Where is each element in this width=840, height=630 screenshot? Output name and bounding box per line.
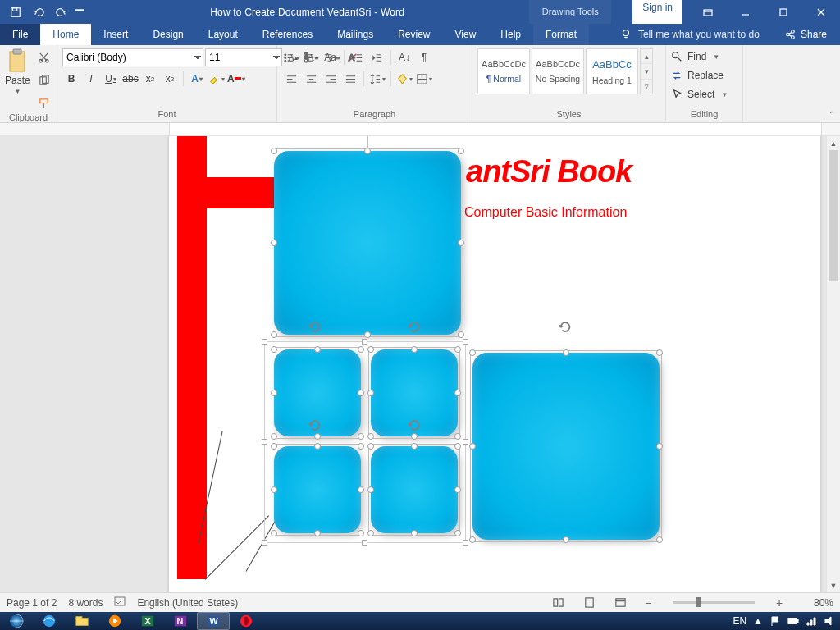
font-family-select[interactable] [62,48,203,66]
rotate-handle-icon[interactable] [405,417,423,435]
scroll-up-icon[interactable]: ▲ [827,136,840,150]
taskbar-onenote-icon[interactable]: N [164,612,197,630]
replace-button[interactable]: Replace [671,67,728,84]
taskbar-explorer-icon[interactable] [66,612,98,630]
taskbar-ie-icon[interactable] [33,612,66,630]
copy-icon[interactable] [35,71,53,89]
tab-format[interactable]: Format [533,24,589,45]
save-icon[interactable] [5,2,26,22]
sort-icon[interactable]: A↓ [395,48,413,66]
resize-handle[interactable] [458,148,464,154]
tab-references[interactable]: References [250,24,325,45]
print-layout-icon[interactable] [579,595,599,611]
minimize-icon[interactable] [727,0,765,24]
resize-handle[interactable] [362,540,368,546]
read-mode-icon[interactable] [548,595,568,611]
tab-review[interactable]: Review [386,24,442,45]
tray-flag-icon[interactable] [769,615,781,627]
web-layout-icon[interactable] [610,595,630,611]
align-right-icon[interactable] [322,70,340,88]
find-button[interactable]: Find▼ [671,48,728,65]
tab-view[interactable]: View [443,24,489,45]
rotate-handle-icon[interactable] [556,318,574,336]
resize-handle[interactable] [458,240,464,246]
subscript-icon[interactable]: x2 [141,70,159,88]
resize-handle[interactable] [463,540,468,546]
shading-icon[interactable] [395,70,413,88]
highlight-icon[interactable] [208,70,226,88]
resize-handle[interactable] [364,331,371,338]
ruler[interactable] [0,123,840,136]
line-spacing-icon[interactable] [368,70,386,88]
numbering-icon[interactable]: 123 [302,48,320,66]
tab-home[interactable]: Home [40,24,91,45]
resize-handle[interactable] [271,240,277,246]
zoom-slider[interactable] [673,601,755,604]
taskbar-opera-icon[interactable] [230,612,262,630]
ribbon-display-icon[interactable] [689,0,727,24]
tray-volume-icon[interactable] [824,615,835,627]
resize-handle[interactable] [262,339,267,345]
selection-frame[interactable] [472,353,660,540]
rotate-handle-icon[interactable] [306,318,324,336]
taskbar-media-icon[interactable] [98,612,131,630]
bullets-icon[interactable] [282,48,300,66]
signin-button[interactable]: Sign in [632,0,682,24]
zoom-thumb[interactable] [696,597,701,607]
resize-handle[interactable] [262,439,267,445]
resize-handle[interactable] [458,331,464,338]
align-left-icon[interactable] [282,70,300,88]
share-button[interactable]: Share [771,24,840,45]
taskbar-excel-icon[interactable]: X [131,612,164,630]
tab-mailings[interactable]: Mailings [325,24,386,45]
status-language[interactable]: English (United States) [137,597,238,609]
taskbar-word-icon[interactable]: W [197,612,230,630]
vertical-scrollbar[interactable]: ▲ ▼ [826,136,840,592]
show-marks-icon[interactable]: ¶ [415,48,433,66]
rotate-handle-icon[interactable] [405,318,423,336]
italic-icon[interactable]: I [82,70,100,88]
tab-insert[interactable]: Insert [91,24,140,45]
underline-icon[interactable]: U [102,70,120,88]
tray-lang[interactable]: EN [733,615,746,627]
proofing-icon[interactable] [114,596,126,609]
resize-handle[interactable] [271,148,277,154]
selection-frame[interactable] [274,151,461,335]
resize-handle[interactable] [463,339,468,345]
zoom-level[interactable]: 80% [797,597,833,609]
scroll-down-icon[interactable]: ▼ [827,578,840,592]
resize-handle[interactable] [271,331,277,338]
tab-layout[interactable]: Layout [196,24,250,45]
align-center-icon[interactable] [302,70,320,88]
rotate-handle-icon[interactable] [306,417,324,435]
justify-icon[interactable] [341,70,359,88]
redo-icon[interactable] [51,2,72,22]
style-no-spacing[interactable]: AaBbCcDcNo Spacing [532,48,584,94]
close-icon[interactable] [802,0,840,24]
document-area[interactable]: antSri Book Computer Basic Information [0,136,826,592]
collapse-ribbon-icon[interactable]: ⌃ [829,110,835,119]
tray-network-icon[interactable] [806,615,817,627]
selection-frame[interactable] [371,446,458,533]
status-words[interactable]: 8 words [68,597,103,609]
style-heading-1[interactable]: AaBbCcHeading 1 [586,48,638,94]
system-tray[interactable]: EN ▲ [733,615,840,627]
resize-handle[interactable] [362,339,368,345]
scroll-thumb[interactable] [829,150,838,281]
paste-button[interactable]: Paste ▼ [5,48,30,95]
tab-help[interactable]: Help [488,24,533,45]
styles-scroll[interactable]: ▴▾▿ [640,48,653,94]
resize-handle[interactable] [463,439,468,445]
tray-up-icon[interactable]: ▲ [753,615,763,627]
selection-frame[interactable] [274,446,361,533]
font-size-select[interactable] [205,48,282,66]
resize-handle[interactable] [364,148,371,154]
start-button[interactable] [0,612,33,630]
decrease-indent-icon[interactable] [349,48,367,66]
zoom-out-icon[interactable]: − [641,596,655,609]
qat-customize-icon[interactable] [74,2,85,22]
tray-battery-icon[interactable] [788,615,799,627]
bold-icon[interactable]: B [62,70,80,88]
font-color-icon[interactable]: A [227,70,245,88]
select-button[interactable]: Select▼ [671,86,728,103]
